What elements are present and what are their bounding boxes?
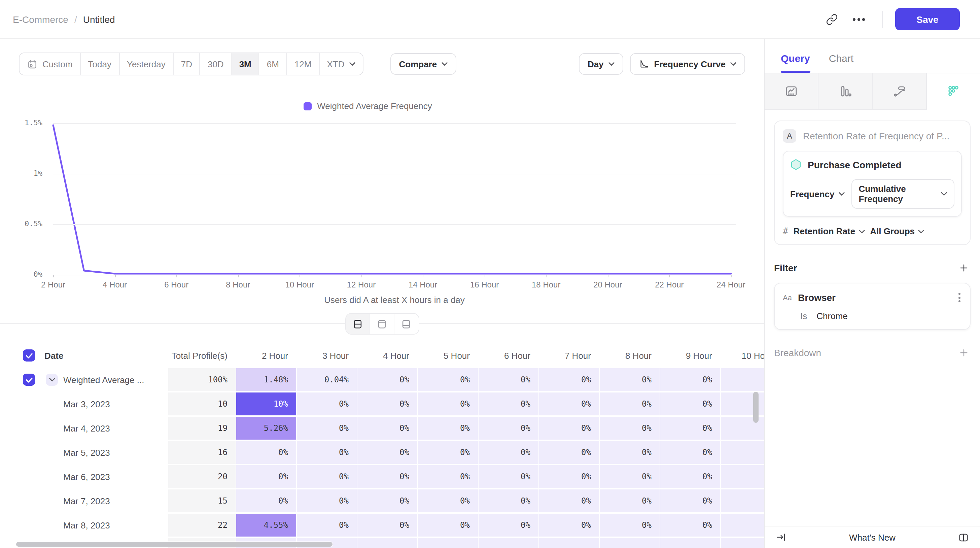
groups-dropdown[interactable]: All Groups — [870, 226, 924, 236]
column-header-label[interactable]: Date — [45, 350, 63, 360]
value-cell[interactable]: 0% — [357, 392, 417, 415]
value-cell[interactable]: 0% — [539, 514, 599, 537]
chart-mode-dropdown[interactable]: Frequency Curve — [630, 53, 745, 75]
total-cell[interactable]: 19 — [168, 417, 235, 440]
more-options-button[interactable] — [847, 8, 870, 30]
value-cell[interactable]: 0% — [539, 392, 599, 415]
total-cell[interactable]: 22 — [168, 514, 235, 537]
value-cell[interactable]: 0% — [600, 441, 660, 464]
value-cell[interactable]: 0% — [297, 441, 357, 464]
column-header[interactable]: 9 Hour — [660, 350, 720, 360]
value-cell[interactable] — [357, 538, 417, 548]
value-cell[interactable]: 0% — [297, 514, 357, 537]
value-cell[interactable]: 10% — [236, 392, 296, 415]
value-cell[interactable]: 0% — [236, 465, 296, 488]
value-cell[interactable]: 0% — [660, 465, 720, 488]
value-cell[interactable]: 0% — [539, 368, 599, 391]
value-cell[interactable]: 0% — [660, 441, 720, 464]
value-cell[interactable]: 0% — [539, 417, 599, 440]
value-cell[interactable] — [721, 514, 764, 537]
panel-layout-button[interactable] — [955, 529, 972, 546]
column-header[interactable]: Total Profile(s) — [168, 350, 235, 360]
total-cell[interactable]: 16 — [168, 441, 235, 464]
copy-link-button[interactable] — [821, 8, 843, 30]
add-breakdown-button[interactable] — [957, 346, 970, 360]
value-cell[interactable]: 1.48% — [236, 368, 296, 391]
value-cell[interactable]: 0% — [479, 514, 538, 537]
value-cell[interactable]: 0% — [539, 465, 599, 488]
table-horizontal-scrollbar[interactable] — [16, 542, 332, 546]
value-cell[interactable]: 0% — [418, 465, 478, 488]
value-cell[interactable]: 0.04% — [297, 368, 357, 391]
value-cell[interactable]: 0% — [479, 368, 538, 391]
breadcrumb-parent[interactable]: E-Commerce — [13, 14, 68, 25]
series-title[interactable]: Retention Rate of Frequency of P... — [803, 131, 950, 141]
value-cell[interactable]: 0% — [660, 417, 720, 440]
filter-operator[interactable]: Is — [800, 311, 807, 321]
value-cell[interactable]: 0% — [357, 465, 417, 488]
value-cell[interactable]: 0% — [418, 417, 478, 440]
value-cell[interactable] — [721, 538, 764, 548]
layout-table-only-button[interactable] — [394, 314, 418, 334]
value-cell[interactable]: 0% — [479, 417, 538, 440]
value-cell[interactable] — [721, 441, 764, 464]
value-cell[interactable]: 0% — [479, 465, 538, 488]
value-cell[interactable]: 0% — [418, 368, 478, 391]
value-cell[interactable]: 0% — [297, 392, 357, 415]
metric-dropdown[interactable]: Retention Rate — [794, 226, 865, 236]
value-cell[interactable] — [660, 538, 720, 548]
value-cell[interactable] — [721, 368, 764, 391]
column-header[interactable]: 3 Hour — [297, 350, 357, 360]
value-cell[interactable]: 0% — [660, 368, 720, 391]
filter-property[interactable]: Browser — [798, 292, 835, 303]
value-cell[interactable]: 0% — [297, 417, 357, 440]
frequency-line-chart[interactable]: 1.5%1%0.5%0%2 Hour4 Hour6 Hour8 Hour10 H… — [53, 123, 736, 275]
value-cell[interactable]: 0% — [600, 392, 660, 415]
value-cell[interactable]: 0% — [600, 465, 660, 488]
chart-type-frequency[interactable] — [927, 73, 980, 110]
value-cell[interactable]: 0% — [600, 514, 660, 537]
column-header[interactable]: 7 Hour — [539, 350, 599, 360]
range-7d-button[interactable]: 7D — [173, 53, 200, 75]
value-cell[interactable]: 0% — [660, 514, 720, 537]
value-cell[interactable]: 0% — [357, 489, 417, 512]
value-cell[interactable]: 0% — [297, 465, 357, 488]
value-cell[interactable]: 0% — [660, 489, 720, 512]
total-cell[interactable]: 15 — [168, 489, 235, 512]
value-cell[interactable]: 0% — [539, 441, 599, 464]
compare-dropdown[interactable]: Compare — [390, 53, 457, 75]
value-cell[interactable]: 0% — [418, 489, 478, 512]
total-cell[interactable]: 10 — [168, 392, 235, 415]
value-cell[interactable]: 0% — [539, 489, 599, 512]
value-cell[interactable]: 0% — [297, 489, 357, 512]
column-header[interactable]: 6 Hour — [479, 350, 538, 360]
value-cell[interactable] — [600, 538, 660, 548]
number-format-icon[interactable]: # — [783, 226, 788, 236]
layout-chart-only-button[interactable] — [370, 314, 394, 334]
value-cell[interactable]: 5.26% — [236, 417, 296, 440]
granularity-dropdown[interactable]: Day — [579, 53, 623, 75]
event-selector[interactable]: Purchase Completed — [790, 159, 955, 171]
range-3m-button[interactable]: 3M — [232, 53, 259, 75]
value-cell[interactable]: 0% — [479, 392, 538, 415]
column-header[interactable]: 10 Hour — [721, 350, 764, 360]
add-filter-button[interactable] — [957, 261, 970, 275]
layout-split-button[interactable] — [345, 314, 370, 334]
value-cell[interactable]: 0% — [479, 489, 538, 512]
value-cell[interactable]: 0% — [357, 417, 417, 440]
chart-type-flows[interactable] — [873, 73, 927, 110]
range-6m-button[interactable]: 6M — [259, 53, 287, 75]
total-cell[interactable]: 100% — [168, 368, 235, 391]
value-cell[interactable]: 0% — [236, 441, 296, 464]
range-30d-button[interactable]: 30D — [200, 53, 232, 75]
chart-legend[interactable]: Weighted Average Frequency — [0, 101, 736, 111]
frequency-type-dropdown[interactable]: Cumulative Frequency — [851, 179, 955, 209]
range-today-button[interactable]: Today — [81, 53, 119, 75]
chart-type-funnels[interactable] — [819, 73, 873, 110]
value-cell[interactable]: 0% — [600, 417, 660, 440]
range-custom-button[interactable]: Custom — [19, 53, 81, 75]
range-xtd-dropdown[interactable]: XTD — [320, 53, 363, 75]
value-cell[interactable]: 0% — [418, 441, 478, 464]
tab-chart[interactable]: Chart — [829, 53, 853, 73]
measure-dropdown[interactable]: Frequency — [790, 189, 845, 199]
